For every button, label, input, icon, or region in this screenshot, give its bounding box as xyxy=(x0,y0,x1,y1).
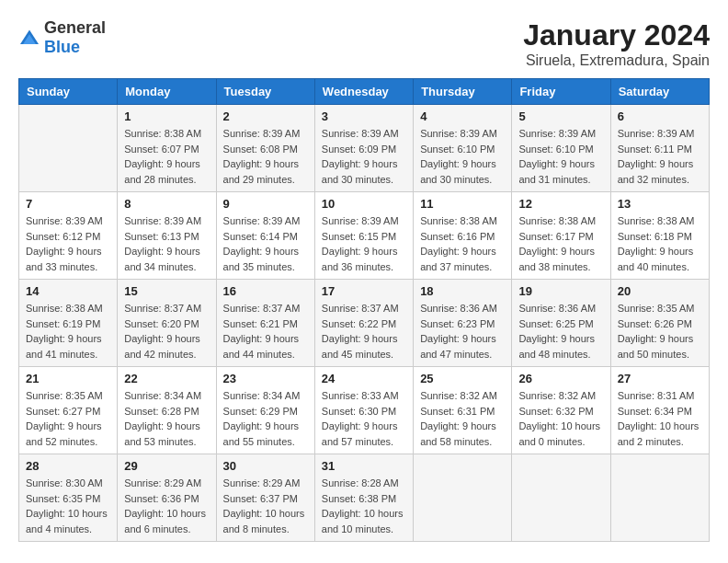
day-detail: Sunrise: 8:34 AMSunset: 6:28 PMDaylight:… xyxy=(124,388,209,449)
title-block: January 2024 Siruela, Extremadura, Spain xyxy=(523,18,710,69)
day-number: 15 xyxy=(124,284,209,298)
page-header: General Blue January 2024 Siruela, Extre… xyxy=(18,18,710,69)
day-number: 14 xyxy=(26,284,110,298)
header-friday: Friday xyxy=(512,79,610,105)
logo-text: General Blue xyxy=(44,18,106,57)
calendar-cell: 29Sunrise: 8:29 AMSunset: 6:36 PMDayligh… xyxy=(118,454,216,542)
week-row-2: 7Sunrise: 8:39 AMSunset: 6:12 PMDaylight… xyxy=(19,192,710,280)
day-detail: Sunrise: 8:34 AMSunset: 6:29 PMDaylight:… xyxy=(223,388,308,449)
day-detail: Sunrise: 8:39 AMSunset: 6:08 PMDaylight:… xyxy=(223,126,308,187)
calendar-cell: 31Sunrise: 8:28 AMSunset: 6:38 PMDayligh… xyxy=(314,454,413,542)
week-row-5: 28Sunrise: 8:30 AMSunset: 6:35 PMDayligh… xyxy=(19,454,710,542)
week-row-4: 21Sunrise: 8:35 AMSunset: 6:27 PMDayligh… xyxy=(19,367,710,454)
calendar-body: 1Sunrise: 8:38 AMSunset: 6:07 PMDaylight… xyxy=(19,105,710,542)
calendar-cell: 26Sunrise: 8:32 AMSunset: 6:32 PMDayligh… xyxy=(512,367,610,454)
day-number: 24 xyxy=(322,372,406,385)
day-detail: Sunrise: 8:39 AMSunset: 6:12 PMDaylight:… xyxy=(26,213,110,274)
calendar-cell: 8Sunrise: 8:39 AMSunset: 6:13 PMDaylight… xyxy=(118,192,216,280)
day-detail: Sunrise: 8:37 AMSunset: 6:20 PMDaylight:… xyxy=(124,301,209,362)
day-detail: Sunrise: 8:33 AMSunset: 6:30 PMDaylight:… xyxy=(322,388,406,449)
calendar-cell: 11Sunrise: 8:38 AMSunset: 6:16 PMDayligh… xyxy=(414,192,512,280)
calendar-cell: 4Sunrise: 8:39 AMSunset: 6:10 PMDaylight… xyxy=(414,105,512,192)
day-detail: Sunrise: 8:37 AMSunset: 6:21 PMDaylight:… xyxy=(223,301,308,362)
day-number: 13 xyxy=(618,197,702,211)
day-number: 17 xyxy=(322,284,406,298)
calendar-cell: 14Sunrise: 8:38 AMSunset: 6:19 PMDayligh… xyxy=(19,280,118,367)
day-detail: Sunrise: 8:35 AMSunset: 6:26 PMDaylight:… xyxy=(618,301,702,362)
day-detail: Sunrise: 8:36 AMSunset: 6:23 PMDaylight:… xyxy=(420,301,505,362)
calendar-cell: 2Sunrise: 8:39 AMSunset: 6:08 PMDaylight… xyxy=(216,105,314,192)
header-thursday: Thursday xyxy=(414,79,512,105)
day-detail: Sunrise: 8:38 AMSunset: 6:18 PMDaylight:… xyxy=(618,213,702,274)
day-detail: Sunrise: 8:37 AMSunset: 6:22 PMDaylight:… xyxy=(322,301,406,362)
day-number: 25 xyxy=(420,372,505,385)
day-number: 31 xyxy=(322,459,406,473)
calendar-cell: 22Sunrise: 8:34 AMSunset: 6:28 PMDayligh… xyxy=(118,367,216,454)
calendar-cell: 7Sunrise: 8:39 AMSunset: 6:12 PMDaylight… xyxy=(19,192,118,280)
day-detail: Sunrise: 8:29 AMSunset: 6:37 PMDaylight:… xyxy=(223,476,308,536)
day-number: 21 xyxy=(26,372,110,385)
calendar-cell: 25Sunrise: 8:32 AMSunset: 6:31 PMDayligh… xyxy=(414,367,512,454)
day-number: 5 xyxy=(518,109,603,123)
day-number: 4 xyxy=(420,109,505,123)
calendar-cell: 12Sunrise: 8:38 AMSunset: 6:17 PMDayligh… xyxy=(512,192,610,280)
day-number: 22 xyxy=(124,372,209,385)
calendar-cell: 20Sunrise: 8:35 AMSunset: 6:26 PMDayligh… xyxy=(610,280,709,367)
calendar-cell: 27Sunrise: 8:31 AMSunset: 6:34 PMDayligh… xyxy=(610,367,709,454)
day-detail: Sunrise: 8:31 AMSunset: 6:34 PMDaylight:… xyxy=(618,388,702,449)
day-detail: Sunrise: 8:29 AMSunset: 6:36 PMDaylight:… xyxy=(124,476,209,536)
day-detail: Sunrise: 8:28 AMSunset: 6:38 PMDaylight:… xyxy=(322,476,406,536)
logo-icon xyxy=(18,29,40,47)
day-detail: Sunrise: 8:39 AMSunset: 6:09 PMDaylight:… xyxy=(322,126,406,187)
calendar-cell: 13Sunrise: 8:38 AMSunset: 6:18 PMDayligh… xyxy=(610,192,709,280)
day-detail: Sunrise: 8:39 AMSunset: 6:11 PMDaylight:… xyxy=(618,126,702,187)
day-number: 1 xyxy=(124,109,209,123)
day-number: 3 xyxy=(322,109,406,123)
header-row: SundayMondayTuesdayWednesdayThursdayFrid… xyxy=(19,79,710,105)
calendar-cell: 9Sunrise: 8:39 AMSunset: 6:14 PMDaylight… xyxy=(216,192,314,280)
day-detail: Sunrise: 8:39 AMSunset: 6:14 PMDaylight:… xyxy=(223,213,308,274)
day-number: 10 xyxy=(322,197,406,211)
day-number: 26 xyxy=(518,372,603,385)
calendar-cell: 19Sunrise: 8:36 AMSunset: 6:25 PMDayligh… xyxy=(512,280,610,367)
calendar-cell: 28Sunrise: 8:30 AMSunset: 6:35 PMDayligh… xyxy=(19,454,118,542)
day-number: 2 xyxy=(223,109,308,123)
day-number: 20 xyxy=(618,284,702,298)
calendar-cell: 17Sunrise: 8:37 AMSunset: 6:22 PMDayligh… xyxy=(314,280,413,367)
logo-blue: Blue xyxy=(44,38,80,56)
logo-general: General xyxy=(44,18,106,37)
day-number: 11 xyxy=(420,197,505,211)
day-detail: Sunrise: 8:38 AMSunset: 6:19 PMDaylight:… xyxy=(26,301,110,362)
calendar-header: SundayMondayTuesdayWednesdayThursdayFrid… xyxy=(19,79,710,105)
day-number: 18 xyxy=(420,284,505,298)
day-number: 9 xyxy=(223,197,308,211)
day-detail: Sunrise: 8:39 AMSunset: 6:13 PMDaylight:… xyxy=(124,213,209,274)
calendar-cell: 30Sunrise: 8:29 AMSunset: 6:37 PMDayligh… xyxy=(216,454,314,542)
header-sunday: Sunday xyxy=(19,79,118,105)
calendar-cell xyxy=(414,454,512,542)
location-subtitle: Siruela, Extremadura, Spain xyxy=(523,52,710,69)
calendar-cell: 23Sunrise: 8:34 AMSunset: 6:29 PMDayligh… xyxy=(216,367,314,454)
day-number: 29 xyxy=(124,459,209,473)
month-year-title: January 2024 xyxy=(523,18,710,52)
day-detail: Sunrise: 8:39 AMSunset: 6:10 PMDaylight:… xyxy=(518,126,603,187)
week-row-3: 14Sunrise: 8:38 AMSunset: 6:19 PMDayligh… xyxy=(19,280,710,367)
header-saturday: Saturday xyxy=(610,79,709,105)
day-detail: Sunrise: 8:39 AMSunset: 6:15 PMDaylight:… xyxy=(322,213,406,274)
header-wednesday: Wednesday xyxy=(314,79,413,105)
day-number: 28 xyxy=(26,459,110,473)
day-detail: Sunrise: 8:36 AMSunset: 6:25 PMDaylight:… xyxy=(518,301,603,362)
calendar-cell: 1Sunrise: 8:38 AMSunset: 6:07 PMDaylight… xyxy=(118,105,216,192)
day-detail: Sunrise: 8:32 AMSunset: 6:31 PMDaylight:… xyxy=(420,388,505,449)
day-number: 6 xyxy=(618,109,702,123)
calendar-cell: 10Sunrise: 8:39 AMSunset: 6:15 PMDayligh… xyxy=(314,192,413,280)
calendar-cell: 24Sunrise: 8:33 AMSunset: 6:30 PMDayligh… xyxy=(314,367,413,454)
calendar-cell xyxy=(610,454,709,542)
header-monday: Monday xyxy=(118,79,216,105)
day-detail: Sunrise: 8:32 AMSunset: 6:32 PMDaylight:… xyxy=(518,388,603,449)
calendar-cell xyxy=(19,105,118,192)
day-detail: Sunrise: 8:30 AMSunset: 6:35 PMDaylight:… xyxy=(26,476,110,536)
day-detail: Sunrise: 8:38 AMSunset: 6:07 PMDaylight:… xyxy=(124,126,209,187)
day-number: 27 xyxy=(618,372,702,385)
day-number: 30 xyxy=(223,459,308,473)
